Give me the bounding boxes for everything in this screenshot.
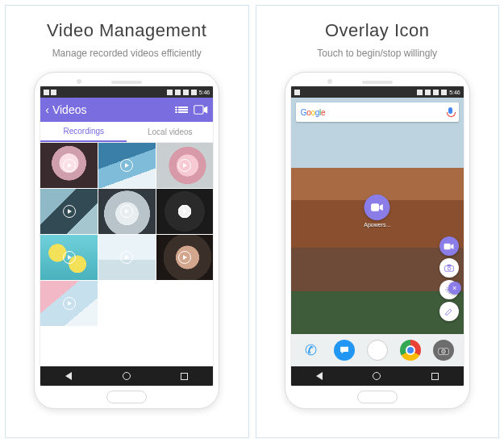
- app-header: ‹ Videos: [40, 98, 213, 122]
- video-thumb[interactable]: [40, 235, 98, 280]
- signal-icon: [183, 90, 189, 95]
- panel-video-management: Video Management Manage recorded videos …: [5, 5, 249, 438]
- google-logo: Google: [301, 108, 325, 117]
- phone-speaker: [362, 81, 393, 84]
- dock-messages-icon[interactable]: [334, 340, 355, 361]
- play-icon: [178, 159, 191, 172]
- dock-apps-icon[interactable]: [367, 340, 388, 361]
- video-thumb[interactable]: [156, 235, 214, 280]
- nav-recent-icon[interactable]: [431, 373, 439, 380]
- video-thumb[interactable]: [156, 189, 214, 234]
- play-icon: [63, 205, 76, 218]
- phone-screen: 5:46 Google Apowers... ×: [290, 86, 464, 387]
- svg-rect-4: [447, 265, 451, 266]
- overlay-fab-menu: ×: [439, 236, 459, 321]
- nav-back-icon[interactable]: [65, 372, 72, 380]
- tab-recordings[interactable]: Recordings: [40, 122, 127, 142]
- play-icon: [178, 251, 191, 264]
- status-bar: 5:46: [40, 86, 213, 98]
- play-icon: [63, 159, 76, 172]
- play-icon: [120, 205, 133, 218]
- battery-icon: [191, 90, 197, 95]
- home-dock: ✆: [291, 334, 464, 366]
- overlay-app-icon[interactable]: Apowers...: [364, 194, 390, 228]
- svg-rect-2: [444, 243, 451, 249]
- svg-rect-3: [444, 266, 453, 272]
- play-icon: [63, 251, 76, 264]
- status-time: 5:46: [449, 90, 460, 95]
- vibrate-icon: [417, 90, 423, 95]
- list-view-icon[interactable]: [176, 104, 190, 115]
- nav-home-icon[interactable]: [373, 372, 381, 380]
- google-search-bar[interactable]: Google: [296, 102, 459, 122]
- status-icon: [294, 90, 300, 95]
- fab-close[interactable]: ×: [448, 282, 461, 295]
- svg-rect-1: [371, 203, 379, 211]
- status-icon: [44, 90, 49, 95]
- android-nav-bar: [40, 366, 213, 386]
- wifi-icon: [175, 90, 181, 95]
- android-nav-bar: [291, 366, 464, 386]
- video-thumb[interactable]: [98, 235, 156, 280]
- vibrate-icon: [167, 90, 173, 95]
- nav-back-icon[interactable]: [316, 372, 323, 380]
- phone-home-button[interactable]: [106, 391, 147, 403]
- fab-brush[interactable]: [439, 302, 459, 321]
- phone-camera: [327, 79, 332, 84]
- phone-camera: [77, 79, 81, 84]
- panel-subtitle: Touch to begin/stop willingly: [317, 48, 437, 59]
- video-grid: [40, 143, 213, 366]
- phone-home-button[interactable]: [357, 391, 398, 403]
- video-thumb[interactable]: [98, 189, 156, 234]
- record-icon[interactable]: [194, 104, 208, 115]
- nav-recent-icon[interactable]: [181, 373, 188, 380]
- video-thumb[interactable]: [40, 189, 98, 234]
- video-thumb[interactable]: [40, 281, 98, 326]
- video-thumb[interactable]: [98, 143, 156, 188]
- wifi-icon: [425, 90, 431, 95]
- fab-record[interactable]: [439, 236, 459, 256]
- phone-screen: 5:46 ‹ Videos Recordings Local videos: [40, 86, 214, 387]
- play-icon: [63, 297, 76, 310]
- home-wallpaper[interactable]: Google Apowers... × ✆: [291, 98, 464, 366]
- status-bar: 5:46: [291, 86, 464, 98]
- panel-title: Video Management: [47, 20, 206, 41]
- camcorder-icon: [364, 194, 390, 220]
- svg-point-8: [442, 349, 446, 353]
- svg-point-5: [448, 267, 451, 270]
- signal-icon: [433, 90, 439, 95]
- panel-title: Overlay Icon: [325, 20, 430, 41]
- play-icon: [178, 205, 191, 218]
- video-thumb[interactable]: [156, 143, 214, 188]
- video-thumb[interactable]: [40, 143, 98, 188]
- panel-overlay-icon: Overlay Icon Touch to begin/stop willing…: [256, 5, 500, 438]
- nav-home-icon[interactable]: [123, 372, 131, 380]
- dock-chrome-icon[interactable]: [400, 340, 421, 361]
- header-title[interactable]: Videos: [52, 103, 87, 116]
- tab-local-videos[interactable]: Local videos: [127, 122, 213, 142]
- dock-camera-icon[interactable]: [433, 340, 454, 361]
- play-icon: [120, 251, 133, 264]
- status-icon: [51, 90, 56, 95]
- phone-mockup: 5:46 Google Apowers... ×: [285, 72, 470, 409]
- phone-mockup: 5:46 ‹ Videos Recordings Local videos: [34, 72, 219, 409]
- panel-subtitle: Manage recorded videos efficiently: [52, 48, 202, 59]
- mic-icon[interactable]: [447, 107, 454, 118]
- tabs: Recordings Local videos: [40, 122, 213, 143]
- overlay-app-label: Apowers...: [364, 222, 390, 228]
- status-time: 5:46: [199, 90, 210, 95]
- fab-camera[interactable]: [439, 258, 459, 278]
- svg-rect-0: [194, 106, 203, 115]
- battery-icon: [441, 90, 447, 95]
- play-icon: [120, 159, 133, 172]
- phone-speaker: [111, 81, 142, 84]
- dock-phone-icon[interactable]: ✆: [300, 340, 321, 361]
- back-icon[interactable]: ‹: [45, 103, 49, 116]
